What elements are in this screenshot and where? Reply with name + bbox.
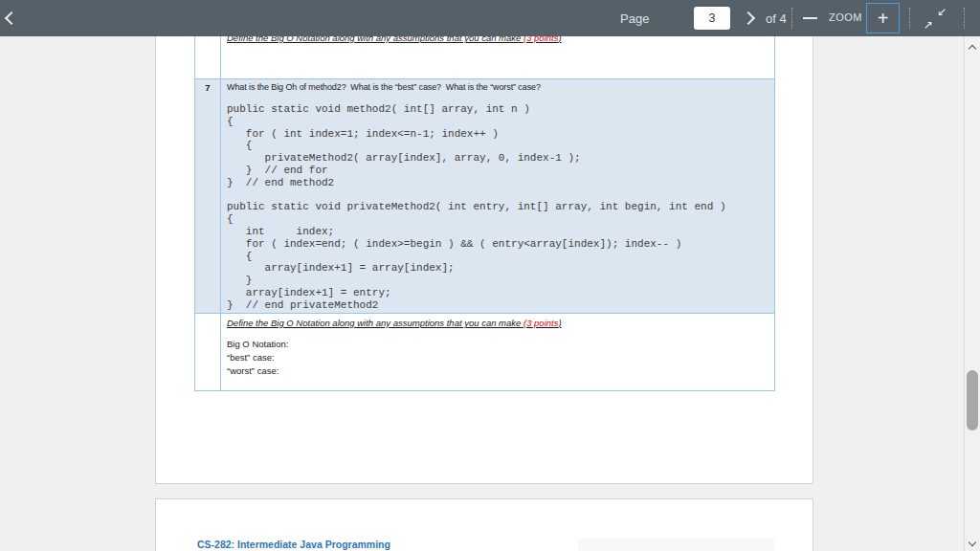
points-close-paren: ) (558, 318, 561, 328)
java-code-block: public static void method2( int[] array,… (227, 103, 726, 312)
question-number: 7 (195, 82, 220, 93)
course-header-title: CS-282: Intermediate Java Programming (197, 539, 390, 550)
answer-label-best-case: “best” case: (227, 351, 288, 364)
viewer-toolbar: Page of 4 ZOOM + ↙ ↗ (0, 0, 980, 36)
zoom-in-button[interactable]: + (866, 3, 900, 33)
vertical-scrollbar[interactable] (964, 36, 980, 551)
answer-label-big-o: Big O Notation: (227, 338, 288, 351)
scroll-up-arrow-icon[interactable] (969, 44, 976, 51)
collapse-view-button[interactable]: ↙ ↗ (922, 8, 948, 29)
document-page-4: CS-282: Intermediate Java Programming (155, 498, 813, 551)
zoom-out-button[interactable] (802, 10, 819, 27)
toolbar-separator (964, 8, 965, 29)
define-big-o-line: Define the Big O Notation along with any… (227, 318, 562, 328)
scrollbar-thumb[interactable] (967, 370, 978, 430)
header-table-cell (578, 539, 774, 551)
page-count-label: of 4 (766, 11, 787, 26)
question-prompt: What is the Big Oh of method2? What is t… (227, 82, 541, 92)
define-text: Define the Big O Notation along with any… (227, 318, 523, 328)
arrow-up-right-icon: ↗ (924, 18, 933, 32)
toolbar-separator (909, 8, 910, 29)
toolbar-separator (791, 8, 792, 29)
arrow-down-left-icon: ↙ (937, 5, 947, 18)
table-row-question7: 7 What is the Big Oh of method2? What is… (194, 78, 775, 314)
pdf-viewer: Define the Big O Notation along with any… (0, 0, 980, 551)
answer-label-worst-case: “worst” case: (227, 364, 288, 378)
page-label: Page (620, 11, 649, 26)
previous-page-button[interactable] (0, 8, 21, 29)
points-text: (3 points (523, 318, 558, 328)
table-column-divider (220, 79, 221, 313)
table-row-question7-answer: Define the Big O Notation along with any… (194, 314, 775, 391)
next-page-button[interactable] (740, 8, 761, 29)
page-number-input[interactable] (694, 7, 730, 30)
answer-labels: Big O Notation: “best” case: “worst” cas… (227, 338, 288, 378)
zoom-label: ZOOM (829, 11, 862, 23)
table-column-divider (220, 314, 221, 390)
document-page-3: Define the Big O Notation along with any… (155, 19, 813, 484)
scroll-down-arrow-icon[interactable] (969, 540, 976, 546)
